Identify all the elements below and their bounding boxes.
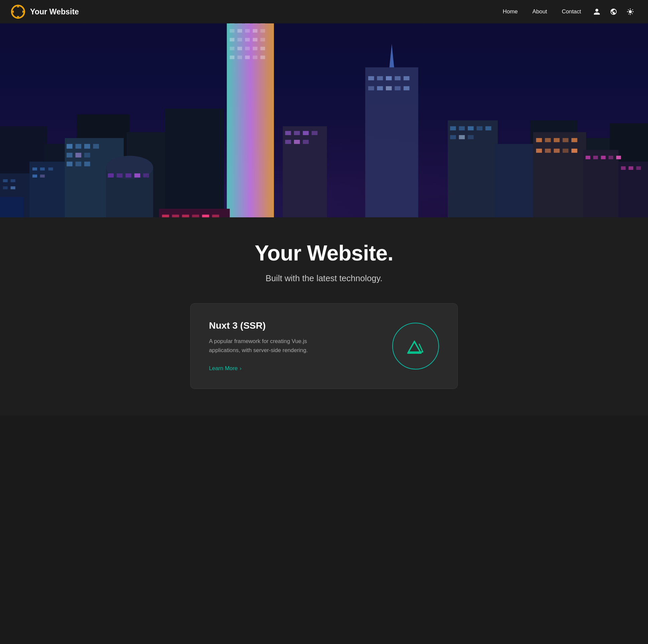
svg-rect-45 [75, 144, 82, 149]
svg-rect-131 [593, 156, 598, 160]
navbar: Your Website Home About Contact [0, 0, 648, 23]
svg-rect-82 [261, 47, 265, 51]
svg-rect-99 [403, 86, 410, 90]
card-description: A popular framework for creating Vue.js … [209, 337, 329, 355]
nuxt-logo-icon [403, 336, 428, 356]
svg-rect-60 [143, 173, 149, 177]
svg-rect-122 [563, 138, 569, 142]
svg-rect-119 [536, 138, 542, 142]
svg-rect-73 [230, 38, 234, 42]
svg-rect-113 [486, 126, 491, 130]
svg-rect-134 [616, 156, 621, 160]
svg-rect-120 [545, 138, 551, 142]
svg-rect-97 [386, 86, 392, 90]
svg-rect-92 [386, 76, 392, 80]
svg-rect-118 [533, 132, 586, 217]
svg-rect-137 [629, 166, 633, 170]
svg-rect-71 [253, 29, 258, 33]
svg-rect-87 [261, 55, 265, 59]
svg-rect-123 [572, 138, 578, 142]
theme-toggle-button[interactable] [623, 5, 637, 19]
svg-rect-114 [450, 135, 456, 139]
svg-rect-67 [261, 23, 265, 24]
svg-rect-144 [202, 215, 209, 217]
svg-rect-34 [11, 179, 15, 182]
svg-rect-81 [253, 47, 258, 51]
svg-rect-109 [450, 126, 456, 130]
main-subtitle: Built with the latest technology. [13, 273, 635, 283]
svg-rect-136 [621, 166, 626, 170]
nav-contact[interactable]: Contact [556, 5, 587, 18]
svg-rect-51 [66, 161, 72, 166]
learn-more-arrow-icon: › [240, 366, 241, 372]
svg-rect-40 [48, 167, 53, 170]
learn-more-label: Learn More [209, 365, 238, 372]
svg-rect-27 [165, 109, 224, 217]
svg-rect-107 [303, 140, 309, 144]
svg-rect-132 [601, 156, 605, 160]
svg-rect-48 [66, 153, 72, 158]
svg-rect-35 [3, 186, 8, 189]
svg-rect-138 [636, 166, 641, 170]
svg-rect-121 [554, 138, 560, 142]
svg-rect-59 [134, 173, 141, 177]
svg-rect-36 [11, 186, 15, 189]
content-section: Your Website. Built with the latest tech… [0, 217, 648, 416]
svg-rect-145 [212, 215, 219, 217]
svg-rect-95 [368, 86, 374, 90]
svg-rect-79 [237, 47, 242, 51]
svg-rect-66 [253, 23, 258, 24]
svg-rect-93 [394, 76, 400, 80]
cityscape-svg [0, 23, 648, 217]
main-title: Your Website. [13, 241, 635, 266]
card-title: Nuxt 3 (SSR) [209, 320, 379, 331]
svg-rect-98 [394, 86, 400, 90]
svg-rect-128 [572, 149, 578, 153]
svg-rect-77 [261, 38, 265, 42]
svg-rect-85 [245, 55, 250, 59]
svg-rect-76 [253, 38, 258, 42]
svg-rect-91 [377, 76, 383, 80]
brand-name: Your Website [30, 7, 79, 16]
user-icon-button[interactable] [590, 5, 604, 19]
svg-rect-53 [84, 161, 90, 166]
svg-rect-111 [468, 126, 474, 130]
brand[interactable]: Your Website [11, 4, 79, 19]
globe-icon-button[interactable] [606, 5, 620, 19]
svg-rect-39 [40, 167, 45, 170]
svg-rect-103 [303, 131, 309, 135]
svg-rect-94 [403, 76, 410, 80]
svg-rect-84 [237, 55, 242, 59]
svg-rect-140 [162, 215, 169, 217]
svg-rect-108 [448, 120, 498, 217]
svg-rect-46 [84, 144, 90, 149]
nav-about[interactable]: About [526, 5, 553, 18]
svg-rect-80 [245, 47, 250, 51]
svg-rect-129 [583, 150, 618, 217]
svg-rect-52 [75, 161, 82, 166]
svg-rect-115 [459, 135, 465, 139]
svg-rect-44 [66, 144, 72, 149]
svg-rect-72 [261, 29, 265, 33]
svg-rect-130 [586, 156, 590, 160]
svg-rect-61 [227, 23, 274, 217]
nav-home[interactable]: Home [497, 5, 524, 18]
svg-rect-78 [230, 47, 234, 51]
svg-rect-68 [230, 29, 234, 33]
hero-image [0, 23, 648, 217]
svg-rect-42 [40, 174, 45, 177]
svg-rect-49 [75, 153, 82, 158]
svg-rect-133 [608, 156, 613, 160]
svg-rect-141 [172, 215, 179, 217]
nuxt-logo-container [392, 323, 439, 370]
svg-rect-69 [237, 29, 242, 33]
svg-rect-32 [0, 197, 23, 217]
svg-rect-56 [108, 173, 114, 177]
svg-rect-83 [230, 55, 234, 59]
svg-rect-63 [230, 23, 234, 24]
user-icon [593, 8, 600, 15]
svg-rect-117 [495, 144, 536, 217]
svg-rect-104 [312, 131, 318, 135]
learn-more-button[interactable]: Learn More › [209, 365, 241, 372]
svg-rect-58 [125, 173, 131, 177]
